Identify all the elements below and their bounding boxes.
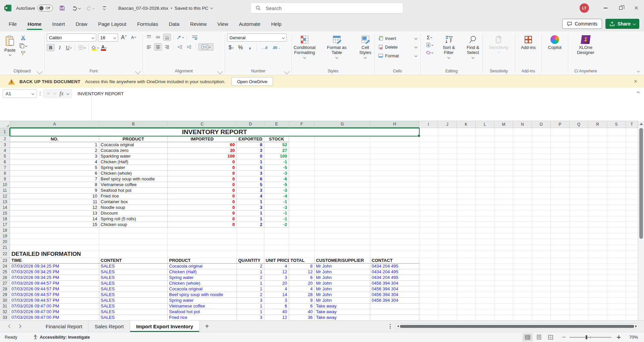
cell-D23[interactable]: QUANTITY — [237, 258, 264, 264]
cell-B5[interactable]: Sparkling water — [99, 154, 168, 159]
fill-color-dropdown-icon[interactable] — [97, 47, 99, 49]
cell-D9[interactable]: 6 — [237, 176, 264, 182]
cell-K20[interactable] — [457, 239, 476, 245]
cell-O20[interactable] — [532, 239, 551, 245]
cell-B14[interactable]: Noodle soup — [99, 205, 168, 211]
cell-I2[interactable] — [419, 136, 438, 142]
cell-C6[interactable]: 0 — [168, 159, 237, 165]
cell-S3[interactable] — [607, 142, 626, 148]
cell-G22[interactable] — [315, 250, 370, 258]
cell-E28[interactable]: 4 — [264, 286, 289, 292]
cell-K28[interactable] — [457, 286, 476, 292]
cell-J30[interactable] — [438, 298, 457, 303]
cell-N21[interactable] — [513, 245, 532, 250]
autosave-toggle[interactable]: Off — [38, 5, 53, 11]
cell-B2[interactable]: PRODUCT — [99, 136, 168, 142]
paste-button[interactable]: Paste — [2, 34, 18, 57]
cell-R4[interactable] — [588, 148, 607, 154]
formula-bar-handle[interactable] — [40, 92, 41, 96]
cell-C3[interactable]: 60 — [168, 142, 237, 148]
decrease-indent-button[interactable] — [176, 43, 184, 51]
cell-D33[interactable]: 3 — [237, 315, 264, 320]
cell-A7[interactable]: 5 — [10, 165, 99, 171]
cell-N25[interactable] — [513, 269, 532, 275]
cell-L33[interactable] — [476, 315, 494, 320]
column-header-R[interactable]: R — [588, 121, 607, 128]
cell-P11[interactable] — [551, 188, 570, 193]
cell-D5[interactable]: 0 — [237, 154, 264, 159]
cell-F13[interactable] — [289, 199, 315, 205]
cell-L30[interactable] — [476, 298, 494, 303]
cell-A11[interactable]: 9 — [10, 188, 99, 193]
insert-function-button[interactable]: fx — [60, 91, 64, 97]
cell-F25[interactable]: 12 — [289, 269, 315, 275]
column-header-H[interactable]: H — [370, 121, 419, 128]
cell-R33[interactable] — [588, 315, 607, 320]
cell-G24[interactable]: Mr John — [315, 264, 370, 269]
cell-I21[interactable] — [419, 245, 438, 250]
font-name-dropdown-icon[interactable] — [92, 36, 94, 39]
cell-I31[interactable] — [419, 303, 438, 309]
cell-N19[interactable] — [513, 233, 532, 239]
cell-L24[interactable] — [476, 264, 494, 269]
cell-O15[interactable] — [532, 211, 551, 216]
cell-H2[interactable] — [370, 136, 419, 142]
cell-F4[interactable] — [289, 148, 315, 154]
cell-M24[interactable] — [494, 264, 513, 269]
cell-Q32[interactable] — [570, 309, 588, 315]
cell-E29[interactable]: 14 — [264, 292, 289, 298]
cell-B24[interactable]: SALES — [99, 264, 168, 269]
cell-G11[interactable] — [315, 188, 370, 193]
cell-D30[interactable]: 3 — [237, 298, 264, 303]
cell-Q22[interactable] — [570, 250, 588, 258]
cell-L2[interactable] — [476, 136, 494, 142]
cell-R23[interactable] — [588, 258, 607, 264]
cell-Q28[interactable] — [570, 286, 588, 292]
cell-G26[interactable]: Mr John — [315, 275, 370, 281]
cell-F3[interactable] — [289, 142, 315, 148]
cell-C30[interactable]: Spring water — [168, 298, 237, 303]
cell-styles-dropdown-icon[interactable] — [364, 56, 367, 58]
cell-M29[interactable] — [494, 292, 513, 298]
collapse-formula-bar-icon[interactable] — [637, 92, 640, 94]
cell-S23[interactable] — [607, 258, 626, 264]
cell-A10[interactable]: 8 — [10, 182, 99, 188]
bold-button[interactable]: B — [47, 44, 55, 51]
cell-A31[interactable]: 07/03/2026 09:47:00 PM — [10, 303, 99, 309]
undo-button[interactable] — [71, 3, 81, 13]
cell-I4[interactable] — [419, 148, 438, 154]
cell-T14[interactable] — [626, 205, 638, 211]
cell-O14[interactable] — [532, 205, 551, 211]
column-header-B[interactable]: B — [99, 121, 168, 128]
cell-D21[interactable] — [237, 245, 264, 250]
cell-E19[interactable] — [264, 233, 289, 239]
cell-Q15[interactable] — [570, 211, 588, 216]
row-header-29[interactable]: 29 — [0, 292, 10, 298]
cell-D19[interactable] — [237, 233, 264, 239]
copy-button[interactable] — [19, 42, 27, 49]
cell-R32[interactable] — [588, 309, 607, 315]
cell-E3[interactable]: 52 — [264, 142, 289, 148]
cell-R21[interactable] — [588, 245, 607, 250]
cell-F28[interactable]: 4 — [289, 286, 315, 292]
cell-C14[interactable]: 0 — [168, 205, 237, 211]
cell-Q19[interactable] — [570, 233, 588, 239]
cell-I33[interactable] — [419, 315, 438, 320]
cell-F26[interactable]: 6 — [289, 275, 315, 281]
cell-Q2[interactable] — [570, 136, 588, 142]
cell-N7[interactable] — [513, 165, 532, 171]
banner-close-button[interactable] — [633, 78, 639, 84]
cell-M1[interactable] — [494, 128, 513, 136]
cell-D29[interactable]: 2 — [237, 292, 264, 298]
cell-L11[interactable] — [476, 188, 494, 193]
cell-G5[interactable] — [315, 154, 370, 159]
underline-button[interactable]: U — [65, 44, 73, 51]
font-color-dropdown-icon[interactable] — [105, 47, 107, 49]
row-header-26[interactable]: 26 — [0, 275, 10, 281]
cell-C33[interactable]: Fried rice — [168, 315, 237, 320]
cell-K11[interactable] — [457, 188, 476, 193]
share-button[interactable]: Share — [605, 19, 639, 29]
document-title[interactable]: Baocao_07-03-2026.xlsx • Saved to this P… — [118, 6, 213, 11]
cell-J33[interactable] — [438, 315, 457, 320]
cell-S22[interactable] — [607, 250, 626, 258]
